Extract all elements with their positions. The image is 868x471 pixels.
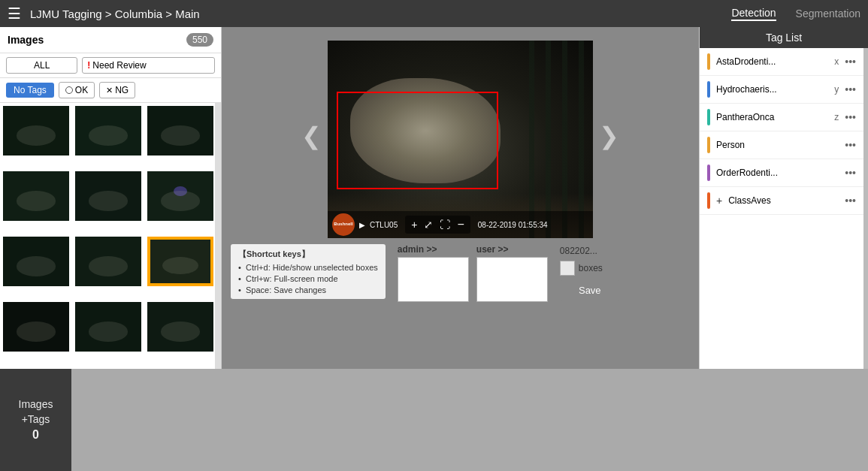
shortcut-panel: 【Shortcut keys】 • Ctrl+d: Hide/show unse…	[231, 244, 386, 299]
thumbnail-10[interactable]	[3, 302, 69, 352]
shortcut-item-3: • Space: Save changes	[238, 285, 378, 294]
tag-color-2	[707, 81, 710, 98]
center-panel: ❮ Bushnell ▶ CTLU05 + ⤢	[222, 27, 699, 369]
tag-plus-6[interactable]: +	[716, 195, 722, 207]
tag-name-5: OrderRodenti...	[716, 168, 833, 178]
file-info: 082202...	[560, 246, 620, 256]
bottom-content-area	[71, 369, 868, 471]
tag-list-container: AstaDrodenti... x ••• Hydrochaeris... y …	[700, 48, 868, 369]
detection-link[interactable]: Detection	[731, 7, 776, 21]
tag-name-6: ClassAves	[728, 195, 839, 206]
main-layout: Images 550 ALL ! Need Review No Tags OK …	[0, 27, 868, 369]
tag-key-1: x	[834, 56, 839, 67]
all-filter-button[interactable]: ALL	[6, 57, 77, 74]
no-tags-button[interactable]: No Tags	[6, 83, 54, 98]
bottom-images-label: Images	[19, 398, 53, 410]
tag-more-1[interactable]: •••	[845, 56, 856, 68]
sidebar-header: Images 550	[0, 27, 221, 53]
boxes-row: boxes	[560, 261, 620, 276]
tag-name-4: Person	[716, 140, 833, 150]
shortcut-list: • Ctrl+d: Hide/show unselected boxes • C…	[238, 263, 378, 294]
tag-more-4[interactable]: •••	[845, 139, 856, 151]
thumbnail-6[interactable]	[147, 171, 213, 221]
thumbnail-3[interactable]	[147, 106, 213, 155]
bushnell-badge: Bushnell	[332, 213, 355, 236]
tag-color-6	[707, 192, 710, 209]
thumbnail-1[interactable]	[3, 106, 69, 155]
images-label: Images	[8, 34, 44, 46]
admin-block: admin >>	[398, 244, 469, 302]
need-review-label: Need Review	[92, 60, 146, 71]
tag-item-4[interactable]: Person •••	[700, 131, 863, 159]
tag-more-6[interactable]: •••	[845, 195, 856, 207]
tag-item-3[interactable]: PantheraOnca z •••	[700, 104, 863, 131]
filter-row: ALL ! Need Review	[0, 53, 221, 78]
thumbnail-9[interactable]	[147, 237, 213, 286]
tag-more-2[interactable]: •••	[845, 83, 856, 95]
shortcut-title: 【Shortcut keys】	[238, 249, 378, 260]
boxes-checkbox[interactable]	[560, 261, 575, 276]
shortcut-item-1: • Ctrl+d: Hide/show unselected boxes	[238, 263, 378, 272]
viewer-row: ❮ Bushnell ▶ CTLU05 + ⤢	[301, 33, 619, 238]
thumbnail-8[interactable]	[75, 237, 141, 286]
save-button[interactable]: Save	[560, 280, 620, 300]
zoom-in-button[interactable]: +	[409, 218, 419, 231]
menu-icon[interactable]: ☰	[8, 5, 21, 23]
image-viewer: Bushnell ▶ CTLU05 + ⤢ ⛶ − 08-22-2019 01:…	[328, 41, 593, 238]
thumbnail-7[interactable]	[3, 237, 69, 286]
tag-name-1: AstaDrodenti...	[716, 56, 828, 67]
tag-item-2[interactable]: Hydrochaeris... y •••	[700, 76, 863, 104]
user-block: user >>	[476, 244, 548, 302]
nav-left-button[interactable]: ❮	[301, 124, 322, 148]
tag-more-5[interactable]: •••	[845, 167, 856, 179]
bottom-tags-label: +Tags	[22, 413, 50, 425]
tag-item-1[interactable]: AstaDrodenti... x •••	[700, 48, 863, 76]
tag-item-5[interactable]: OrderRodenti... •••	[700, 159, 863, 187]
need-review-filter-button[interactable]: ! Need Review	[82, 57, 215, 74]
segmentation-link[interactable]: Segmentation	[796, 8, 860, 20]
tag-scrollbar[interactable]	[863, 48, 868, 369]
images-count-badge: 550	[186, 33, 213, 47]
tag-color-3	[707, 109, 710, 125]
image-trees	[518, 41, 593, 238]
tag-filter-row: No Tags OK ✕ NG	[0, 78, 221, 103]
thumbnail-12[interactable]	[147, 302, 213, 352]
image-grid	[0, 103, 221, 369]
tag-panel-header: Tag List	[700, 27, 868, 48]
tag-panel: Tag List AstaDrodenti... x ••• Hydrochae…	[699, 27, 868, 369]
thumbnail-5[interactable]	[75, 171, 141, 221]
fullscreen-button[interactable]: ⛶	[437, 218, 452, 231]
sidebar-scrollbar[interactable]	[215, 103, 221, 369]
nav-right-button[interactable]: ❯	[599, 124, 619, 148]
bottom-count: 0	[32, 428, 39, 442]
zoom-out-button[interactable]: −	[455, 217, 466, 232]
topbar: ☰ LJMU Tagging > Columbia > Main Detecti…	[0, 0, 868, 27]
tag-color-5	[707, 165, 710, 181]
user-label: user >>	[476, 244, 548, 255]
tag-items: AstaDrodenti... x ••• Hydrochaeris... y …	[700, 48, 863, 369]
detection-bounding-box	[337, 92, 498, 189]
bottom-bar: Images +Tags 0	[0, 369, 868, 471]
ok-filter-button[interactable]: OK	[59, 82, 95, 98]
camera-overlay: Bushnell ▶ CTLU05 + ⤢ ⛶ − 08-22-2019 01:…	[328, 211, 593, 238]
sidebar: Images 550 ALL ! Need Review No Tags OK …	[0, 27, 222, 369]
tag-item-6[interactable]: + ClassAves •••	[700, 187, 863, 215]
fit-button[interactable]: ⤢	[422, 218, 435, 231]
viewer-toolbar: + ⤢ ⛶ −	[405, 216, 470, 234]
boxes-label: boxes	[579, 263, 603, 273]
tag-more-3[interactable]: •••	[845, 111, 856, 123]
ng-filter-button[interactable]: ✕ NG	[99, 82, 135, 98]
user-input[interactable]	[476, 257, 548, 302]
admin-user-section: admin >> user >>	[398, 244, 548, 302]
file-save-section: 082202... boxes Save	[560, 246, 620, 300]
tag-key-3: z	[834, 112, 839, 122]
admin-input[interactable]	[398, 257, 469, 302]
thumbnail-11[interactable]	[75, 302, 141, 352]
thumbnail-2[interactable]	[75, 106, 141, 155]
tag-name-3: PantheraOnca	[716, 112, 828, 122]
bottom-controls: 【Shortcut keys】 • Ctrl+d: Hide/show unse…	[222, 244, 699, 302]
bottom-left-panel: Images +Tags 0	[0, 369, 71, 471]
thumbnail-4[interactable]	[3, 171, 69, 221]
tag-color-4	[707, 137, 710, 153]
camera-id: CTLU05	[370, 221, 398, 229]
